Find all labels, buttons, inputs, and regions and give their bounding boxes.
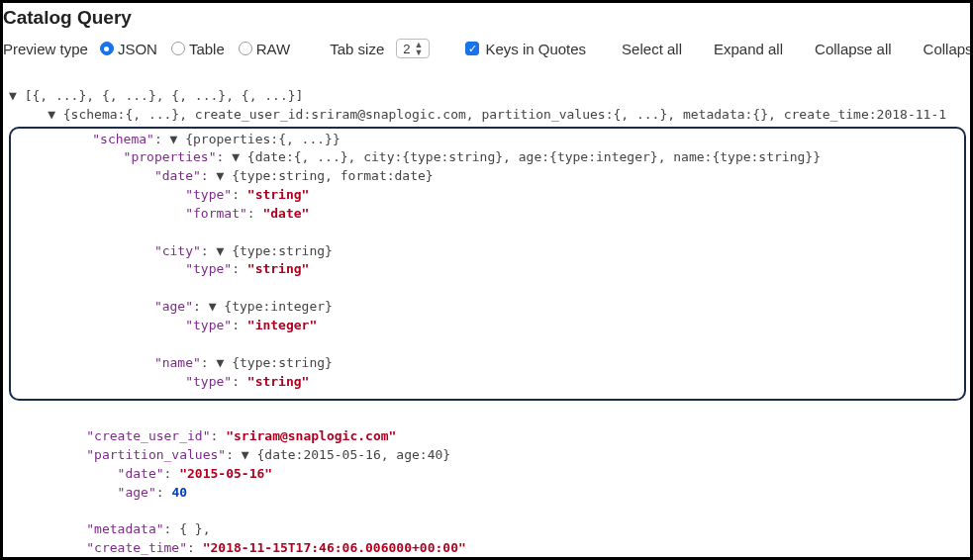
properties-summary: {date:{, ...}, city:{type:string}, age:{… (247, 149, 821, 164)
radio-dot-icon (171, 42, 185, 55)
triangle-down-icon[interactable]: ▼ (9, 88, 17, 103)
key-create-user-id: "create_user_id" (86, 428, 210, 443)
val-date-format: "date" (262, 206, 309, 221)
expand-all-button[interactable]: Expand all (714, 41, 783, 57)
val-create-user-id: "sriram@snaplogic.com" (226, 428, 396, 443)
item0-summary: {schema:{, ...}, create_user_id:sriram@s… (63, 107, 946, 122)
key-date: "date" (154, 168, 201, 183)
val-age-type: "integer" (247, 318, 317, 332)
val-pv-date: "2015-05-16" (179, 466, 272, 481)
name-summary: {type:string} (232, 355, 333, 370)
schema-highlight-box: "schema": ▼ {properties:{, ...}} "proper… (9, 127, 966, 402)
root-summary: [{, ...}, {, ...}, {, ...}, {, ...}] (25, 88, 304, 103)
key-name: "name" (154, 355, 201, 370)
tab-size-value: 2 (403, 42, 410, 56)
select-all-button[interactable]: Select all (622, 41, 682, 57)
triangle-down-icon[interactable]: ▼ (217, 243, 225, 258)
key-city: "city" (154, 243, 201, 258)
val-city-type: "string" (247, 261, 310, 276)
collapse-button-trunc[interactable]: Collapse (924, 41, 973, 57)
radio-table-label: Table (189, 41, 225, 57)
val-name-type: "string" (247, 374, 310, 389)
triangle-down-icon[interactable]: ▼ (217, 355, 225, 370)
radio-table[interactable]: Table (171, 41, 225, 57)
stepper-icon: ▲▼ (414, 41, 423, 56)
val-create-time: "2018-11-15T17:46:06.006000+00:00" (203, 540, 466, 555)
preview-type-label: Preview type (3, 41, 88, 57)
triangle-down-icon[interactable]: ▼ (217, 168, 225, 183)
key-metadata: "metadata" (86, 521, 163, 536)
triangle-down-icon[interactable]: ▼ (232, 149, 240, 164)
keys-in-quotes-label: Keys in Quotes (485, 41, 586, 57)
radio-raw[interactable]: RAW (239, 41, 290, 57)
tab-size-label: Tab size (330, 41, 384, 57)
age-summary: {type:integer} (224, 299, 333, 314)
date-summary: {type:string, format:date} (232, 168, 434, 183)
key-type: "type" (185, 318, 232, 332)
val-metadata: { }, (179, 521, 210, 536)
key-type: "type" (185, 261, 232, 276)
triangle-down-icon[interactable]: ▼ (170, 132, 178, 146)
radio-dot-icon (239, 42, 252, 55)
radio-json-label: JSON (118, 41, 157, 57)
city-summary: {type:string} (232, 243, 333, 258)
radio-json[interactable]: JSON (100, 41, 157, 57)
key-schema: "schema" (92, 132, 154, 146)
checkbox-checked-icon: ✓ (465, 42, 479, 55)
radio-raw-label: RAW (256, 41, 290, 57)
triangle-down-icon[interactable]: ▼ (209, 299, 217, 314)
key-format: "format" (185, 206, 247, 221)
val-pv-age: 40 (171, 485, 187, 500)
key-properties: "properties" (124, 149, 217, 164)
collapse-all-button[interactable]: Collapse all (815, 41, 892, 57)
key-pv-date: "date" (118, 466, 164, 481)
json-viewer: ▼ [{, ...}, {, ...}, {, ...}, {, ...}] ▼… (3, 66, 970, 560)
key-partition-values: "partition_values" (86, 447, 226, 462)
val-date-type: "string" (247, 187, 310, 202)
page-title: Catalog Query (3, 3, 970, 35)
toolbar: Preview type JSON Table RAW Tab size 2 ▲… (3, 35, 970, 66)
key-type: "type" (185, 187, 232, 202)
radio-dot-icon (100, 42, 114, 55)
key-pv-age: "age" (118, 485, 156, 500)
keys-in-quotes-toggle[interactable]: ✓ Keys in Quotes (465, 41, 586, 57)
schema-summary: {properties:{, ...}} (185, 132, 341, 146)
key-type: "type" (185, 374, 232, 389)
key-create-time: "create_time" (86, 540, 187, 555)
tab-size-select[interactable]: 2 ▲▼ (396, 39, 430, 58)
key-age: "age" (154, 299, 193, 314)
partition-values-summary: {date:2015-05-16, age:40} (256, 447, 450, 462)
triangle-down-icon[interactable]: ▼ (48, 107, 55, 122)
triangle-down-icon[interactable]: ▼ (242, 447, 249, 462)
